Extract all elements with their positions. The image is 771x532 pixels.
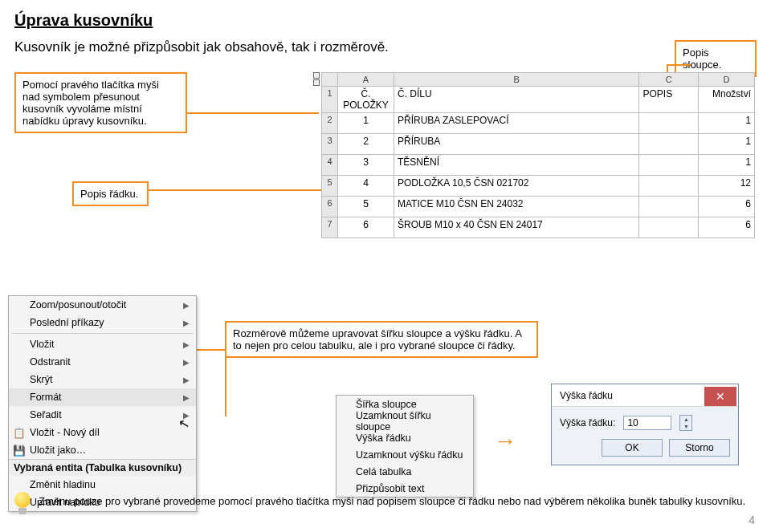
page-title: Úprava kusovníku <box>14 11 757 30</box>
callout-context: Pomocí pravého tlačítka myši nad symbole… <box>14 72 187 76</box>
table-corner[interactable] <box>322 73 338 77</box>
col-letter[interactable]: C <box>639 73 699 77</box>
col-letter[interactable]: A <box>338 73 394 77</box>
leader-line <box>667 64 691 66</box>
page-subtitle: Kusovník je možné přizpůsobit jak obsaho… <box>14 39 757 55</box>
callout-column: Popis sloupce. <box>675 40 757 76</box>
col-letter[interactable]: D <box>699 73 755 77</box>
bom-table[interactable]: A B C D 1 Č. POLOŽKY Č. DÍLU POPIS Množs… <box>321 72 755 76</box>
table-move-handle[interactable] <box>313 72 321 76</box>
col-letter[interactable]: B <box>394 73 639 77</box>
